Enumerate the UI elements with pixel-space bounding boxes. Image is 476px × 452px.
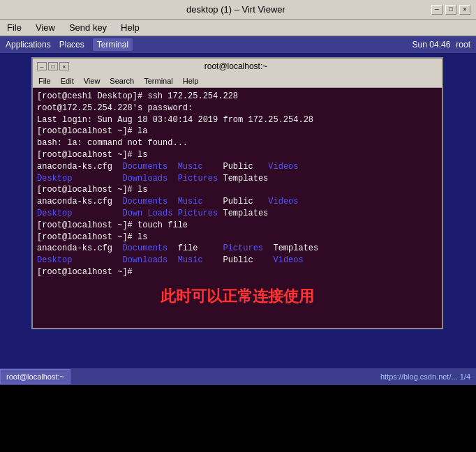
inner-menu-help[interactable]: Help xyxy=(180,76,202,86)
system-bar: Applications Places Terminal Sun 04:46 r… xyxy=(0,36,476,53)
system-bar-right: Sun 04:46 root xyxy=(412,40,470,50)
inner-window-title: root@localhost:~ xyxy=(69,61,403,71)
inner-menu-view[interactable]: View xyxy=(81,76,103,86)
inner-terminal-window: — □ ✕ root@localhost:~ File Edit View Se… xyxy=(31,57,443,329)
terminal-line-6: [root@localhost ~]# ls xyxy=(37,149,438,161)
inner-maximize-button[interactable]: □ xyxy=(48,62,58,70)
inner-title-bar: — □ ✕ root@localhost:~ xyxy=(33,59,442,74)
window-controls: — □ ✕ xyxy=(431,5,470,15)
inner-window-controls: — □ ✕ xyxy=(37,62,69,70)
chinese-message-area: 此时可以正常连接使用 xyxy=(33,286,442,307)
terminal-line-1: [root@ceshi Desktop]# ssh 172.25.254.228 xyxy=(37,91,438,103)
system-user: root xyxy=(456,40,470,50)
inner-menu-search[interactable]: Search xyxy=(107,76,137,86)
title-bar: desktop (1) – Virt Viewer — □ ✕ xyxy=(0,0,476,20)
taskbar-url: https://blog.csdn.net/... 1/4 xyxy=(380,372,476,381)
terminal-line-2: root@172.25.254.228's password: xyxy=(37,103,438,114)
terminal-line-5: bash: la: command not found... xyxy=(37,137,438,149)
menu-bar: File View Send key Help xyxy=(0,20,476,36)
chinese-message: 此时可以正常连接使用 xyxy=(161,287,314,305)
terminal-line-11: Desktop Down Loads Pictures Templates xyxy=(37,208,438,220)
outer-black-area xyxy=(0,385,476,420)
desktop-area: Applications Places Terminal Sun 04:46 r… xyxy=(0,36,476,385)
system-time: Sun 04:46 xyxy=(412,40,451,50)
menu-sendkey[interactable]: Send key xyxy=(65,21,111,34)
terminal-line-14: anaconda-ks.cfg Documents file Pictures … xyxy=(37,243,438,255)
system-bar-left: Applications Places Terminal xyxy=(6,38,133,51)
terminal-content[interactable]: [root@ceshi Desktop]# ssh 172.25.254.228… xyxy=(33,88,442,328)
maximize-button[interactable]: □ xyxy=(445,5,456,15)
minimize-button[interactable]: — xyxy=(431,5,442,15)
terminal-line-7: anaconda-ks.cfg Documents Music Public V… xyxy=(37,161,438,173)
inner-menu-terminal[interactable]: Terminal xyxy=(141,76,176,86)
taskbar-terminal-item[interactable]: root@localhost:~ xyxy=(0,369,70,384)
terminal-line-3: Last login: Sun Aug 18 03:40:14 2019 fro… xyxy=(37,114,438,126)
taskbar-left: root@localhost:~ xyxy=(0,369,70,384)
terminal-line-12: [root@localhost ~]# touch file xyxy=(37,220,438,232)
bottom-taskbar: root@localhost:~ https://blog.csdn.net/.… xyxy=(0,368,476,385)
window-title: desktop (1) – Virt Viewer xyxy=(40,4,431,15)
inner-minimize-button[interactable]: — xyxy=(37,62,47,70)
close-button[interactable]: ✕ xyxy=(459,5,470,15)
menu-help[interactable]: Help xyxy=(117,21,144,34)
menu-view[interactable]: View xyxy=(31,21,59,34)
inner-menu-file[interactable]: File xyxy=(36,76,54,86)
terminal-line-10: anaconda-ks.cfg Documents Music Public V… xyxy=(37,196,438,208)
inner-close-button[interactable]: ✕ xyxy=(59,62,69,70)
terminal-prompt: [root@localhost ~]# ​ xyxy=(37,266,438,278)
terminal-line-4: [root@localhost ~]# la xyxy=(37,126,438,137)
terminal-line-15: Desktop Downloads Music Public Videos xyxy=(37,255,438,266)
terminal-line-8: Desktop Downloads Pictures Templates xyxy=(37,173,438,185)
applications-menu[interactable]: Applications xyxy=(6,40,51,50)
terminal-line-13: [root@localhost ~]# ls xyxy=(37,232,438,243)
terminal-taskbar[interactable]: Terminal xyxy=(93,38,133,51)
terminal-line-9: [root@localhost ~]# ls xyxy=(37,184,438,196)
inner-menu-edit[interactable]: Edit xyxy=(58,76,77,86)
inner-menu-bar: File Edit View Search Terminal Help xyxy=(33,74,442,88)
menu-file[interactable]: File xyxy=(3,21,26,34)
places-menu[interactable]: Places xyxy=(59,40,84,50)
